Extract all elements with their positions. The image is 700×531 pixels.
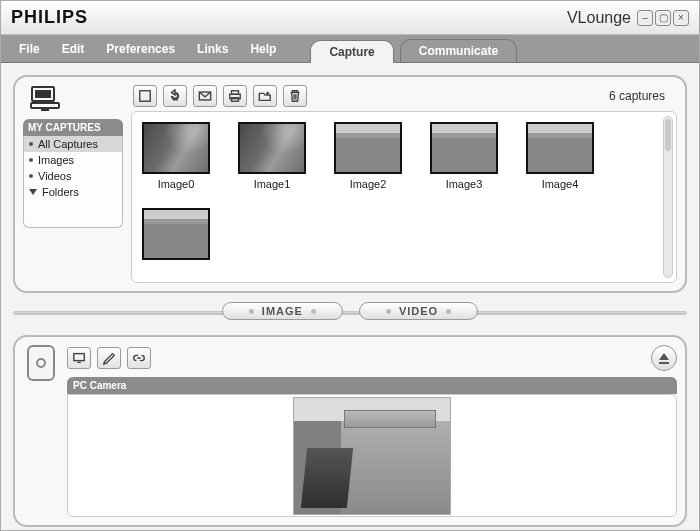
pill-label: IMAGE: [262, 305, 303, 317]
thumb-unnamed[interactable]: [142, 208, 210, 264]
thumbnail-preview: [144, 210, 208, 258]
sidebar-item-label: Folders: [42, 186, 79, 198]
thumbnail-preview: [144, 124, 208, 172]
captures-main: 90 6 captures: [131, 85, 677, 283]
captures-category-list: All Captures Images Videos Folders: [23, 136, 123, 228]
menubar: File Edit Preferences Links Help Capture…: [1, 35, 699, 63]
email-button[interactable]: [193, 85, 217, 107]
thumb-label: Image2: [334, 178, 402, 190]
delete-button[interactable]: [283, 85, 307, 107]
camera-side-column: [23, 345, 59, 517]
display-icon: [72, 351, 86, 365]
bullet-icon: [29, 174, 33, 178]
thumbnail-preview: [336, 124, 400, 172]
titlebar: PHILIPS VLounge – ▢ ×: [1, 1, 699, 35]
thumb-image3[interactable]: Image3: [430, 122, 498, 190]
speaker-icon: [27, 345, 55, 381]
pc-camera-header: PC Camera: [67, 377, 677, 394]
camera-display-button[interactable]: [67, 347, 91, 369]
sidebar-item-label: All Captures: [38, 138, 98, 150]
print-button[interactable]: [223, 85, 247, 107]
camera-preview-image: [293, 397, 451, 515]
thumb-image0[interactable]: Image0: [142, 122, 210, 190]
settings-icon: [102, 351, 116, 365]
svg-text:90: 90: [172, 96, 178, 102]
sidebar-item-label: Images: [38, 154, 74, 166]
caret-down-icon: [29, 189, 37, 195]
fullscreen-button[interactable]: [133, 85, 157, 107]
email-icon: [198, 89, 212, 103]
tab-communicate[interactable]: Communicate: [400, 39, 517, 62]
eject-bar-icon: [659, 362, 669, 364]
brand-logo: PHILIPS: [11, 7, 88, 28]
fullscreen-icon: [138, 89, 152, 103]
thumbnail-preview: [432, 124, 496, 172]
mode-switch-bar: IMAGE VIDEO: [13, 299, 687, 323]
svg-rect-3: [41, 109, 49, 111]
menu-help[interactable]: Help: [242, 36, 284, 62]
thumb-scrollbar[interactable]: [663, 116, 673, 278]
my-captures-box: MY CAPTURES All Captures Images Video: [23, 119, 123, 228]
window-controls: – ▢ ×: [637, 10, 689, 26]
thumb-label: Image0: [142, 178, 210, 190]
menu-edit[interactable]: Edit: [54, 36, 93, 62]
tab-strip: Capture Communicate: [310, 39, 517, 62]
sidebar-item-videos[interactable]: Videos: [24, 168, 122, 184]
thumbnail-preview: [240, 124, 304, 172]
bullet-icon: [29, 142, 33, 146]
rotate-icon: 90: [168, 89, 182, 103]
sidebar-item-all-captures[interactable]: All Captures: [24, 136, 122, 152]
maximize-button[interactable]: ▢: [655, 10, 671, 26]
thumb-label: Image3: [430, 178, 498, 190]
captures-count: 6 captures: [609, 89, 675, 103]
eject-button[interactable]: [651, 345, 677, 371]
my-captures-header: MY CAPTURES: [23, 119, 123, 136]
menu-file[interactable]: File: [11, 36, 48, 62]
print-icon: [228, 89, 242, 103]
camera-settings-button[interactable]: [97, 347, 121, 369]
separator-line: [13, 311, 687, 315]
svg-rect-9: [232, 98, 239, 102]
thumbnail-preview: [528, 124, 592, 172]
camera-panel: PC Camera: [13, 335, 687, 527]
svg-rect-2: [31, 103, 59, 108]
svg-rect-1: [35, 90, 51, 98]
sidebar-item-images[interactable]: Images: [24, 152, 122, 168]
thumb-image4[interactable]: Image4: [526, 122, 594, 190]
scrollbar-handle[interactable]: [665, 119, 671, 151]
thumb-label: Image4: [526, 178, 594, 190]
new-folder-button[interactable]: [253, 85, 277, 107]
minimize-button[interactable]: –: [637, 10, 653, 26]
camera-preview: [67, 394, 677, 517]
menu-links[interactable]: Links: [189, 36, 236, 62]
camera-main: PC Camera: [67, 345, 677, 517]
rotate-button[interactable]: 90: [163, 85, 187, 107]
computer-icon: [29, 85, 61, 113]
thumbnail-grid: Image0 Image1 Image2 Image3: [131, 111, 677, 283]
camera-link-button[interactable]: [127, 347, 151, 369]
captures-panel: MY CAPTURES All Captures Images Video: [13, 75, 687, 293]
tab-capture[interactable]: Capture: [310, 40, 393, 63]
image-mode-button[interactable]: IMAGE: [222, 302, 343, 320]
thumb-image2[interactable]: Image2: [334, 122, 402, 190]
app-title-group: VLounge – ▢ ×: [567, 9, 689, 27]
close-button[interactable]: ×: [673, 10, 689, 26]
delete-icon: [288, 89, 302, 103]
eject-icon: [659, 353, 669, 360]
sidebar-item-label: Videos: [38, 170, 71, 182]
captures-toolbar: 90 6 captures: [131, 85, 677, 111]
new-folder-icon: [258, 89, 272, 103]
menu-preferences[interactable]: Preferences: [98, 36, 183, 62]
link-icon: [132, 351, 146, 365]
svg-rect-4: [140, 91, 151, 102]
pill-label: VIDEO: [399, 305, 438, 317]
vlounge-window: PHILIPS VLounge – ▢ × File Edit Preferen…: [0, 0, 700, 531]
app-name: VLounge: [567, 9, 631, 27]
sidebar-item-folders[interactable]: Folders: [24, 184, 122, 200]
thumb-image1[interactable]: Image1: [238, 122, 306, 190]
video-mode-button[interactable]: VIDEO: [359, 302, 478, 320]
camera-toolbar: [67, 345, 677, 371]
captures-side-column: MY CAPTURES All Captures Images Video: [23, 85, 123, 283]
svg-rect-10: [74, 354, 85, 361]
thumb-label: Image1: [238, 178, 306, 190]
